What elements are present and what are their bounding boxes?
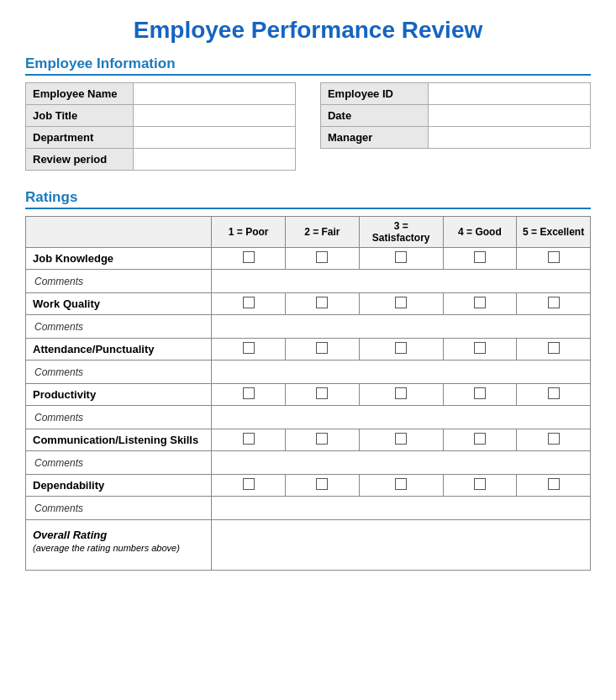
header-col-2: 2 = Fair — [286, 217, 360, 248]
checkbox-icon[interactable] — [395, 251, 407, 263]
row-dependability-comments: Comments — [26, 497, 591, 520]
attendance-comments-value[interactable] — [212, 361, 591, 384]
row-productivity: Productivity — [26, 384, 591, 406]
attendance-4[interactable] — [443, 339, 517, 361]
job-knowledge-4[interactable] — [443, 248, 517, 270]
attendance-label: Attendance/Punctuality — [26, 339, 212, 361]
date-value[interactable] — [428, 105, 590, 127]
info-row-3: Department Manager — [26, 127, 591, 149]
checkbox-icon[interactable] — [316, 342, 328, 354]
header-col-4: 4 = Good — [443, 217, 517, 248]
work-quality-label: Work Quality — [26, 293, 212, 315]
checkbox-icon[interactable] — [243, 342, 255, 354]
productivity-comments-label: Comments — [26, 406, 212, 429]
work-quality-1[interactable] — [212, 293, 286, 315]
dependability-comments-value[interactable] — [212, 497, 591, 520]
employee-info-section: Employee Information Employee Name Emplo… — [25, 55, 591, 171]
work-quality-2[interactable] — [286, 293, 360, 315]
job-knowledge-1[interactable] — [212, 248, 286, 270]
row-work-quality: Work Quality — [26, 293, 591, 315]
row-dependability: Dependability — [26, 475, 591, 497]
checkbox-icon[interactable] — [395, 342, 407, 354]
communication-3[interactable] — [359, 429, 443, 451]
checkbox-icon[interactable] — [474, 433, 486, 445]
checkbox-icon[interactable] — [548, 342, 560, 354]
checkbox-icon[interactable] — [548, 387, 560, 399]
work-quality-4[interactable] — [443, 293, 517, 315]
job-knowledge-comments-value[interactable] — [212, 270, 591, 293]
review-period-value[interactable] — [134, 149, 296, 171]
checkbox-icon[interactable] — [243, 297, 255, 308]
header-col-1: 1 = Poor — [212, 217, 286, 248]
row-productivity-comments: Comments — [26, 406, 591, 429]
ratings-table: 1 = Poor 2 = Fair 3 =Satisfactory 4 = Go… — [25, 216, 591, 571]
employee-info-title: Employee Information — [25, 55, 591, 76]
productivity-4[interactable] — [443, 384, 517, 406]
checkbox-icon[interactable] — [548, 297, 560, 308]
checkbox-icon[interactable] — [395, 297, 407, 308]
job-knowledge-2[interactable] — [286, 248, 360, 270]
checkbox-icon[interactable] — [474, 387, 486, 399]
checkbox-icon[interactable] — [316, 433, 328, 445]
job-knowledge-5[interactable] — [517, 248, 591, 270]
work-quality-5[interactable] — [517, 293, 591, 315]
communication-comments-value[interactable] — [212, 451, 591, 475]
checkbox-icon[interactable] — [548, 433, 560, 445]
page-title: Employee Performance Review — [25, 17, 591, 44]
communication-4[interactable] — [443, 429, 517, 451]
overall-rating-value[interactable] — [212, 520, 591, 571]
attendance-2[interactable] — [286, 339, 360, 361]
employee-name-value[interactable] — [134, 83, 296, 105]
row-work-quality-comments: Comments — [26, 315, 591, 339]
productivity-1[interactable] — [212, 384, 286, 406]
checkbox-icon[interactable] — [243, 478, 255, 490]
dependability-3[interactable] — [359, 475, 443, 497]
job-knowledge-3[interactable] — [359, 248, 443, 270]
work-quality-comments-value[interactable] — [212, 315, 591, 339]
dependability-4[interactable] — [443, 475, 517, 497]
attendance-3[interactable] — [359, 339, 443, 361]
employee-info-table: Employee Name Employee ID Job Title Date… — [25, 82, 591, 171]
info-row-4: Review period — [26, 149, 591, 171]
attendance-1[interactable] — [212, 339, 286, 361]
productivity-comments-value[interactable] — [212, 406, 591, 429]
dependability-2[interactable] — [286, 475, 360, 497]
checkbox-icon[interactable] — [316, 297, 328, 308]
checkbox-icon[interactable] — [548, 478, 560, 490]
row-overall-rating: Overall Rating (average the rating numbe… — [26, 520, 591, 571]
header-category — [26, 217, 212, 248]
info-row-2: Job Title Date — [26, 105, 591, 127]
manager-label: Manager — [320, 127, 428, 149]
productivity-5[interactable] — [517, 384, 591, 406]
communication-2[interactable] — [286, 429, 360, 451]
checkbox-icon[interactable] — [548, 251, 560, 263]
checkbox-icon[interactable] — [395, 433, 407, 445]
attendance-5[interactable] — [517, 339, 591, 361]
productivity-2[interactable] — [286, 384, 360, 406]
department-value[interactable] — [134, 127, 296, 149]
checkbox-icon[interactable] — [474, 342, 486, 354]
checkbox-icon[interactable] — [316, 478, 328, 490]
checkbox-icon[interactable] — [395, 387, 407, 399]
checkbox-icon[interactable] — [243, 387, 255, 399]
work-quality-3[interactable] — [359, 293, 443, 315]
checkbox-icon[interactable] — [316, 251, 328, 263]
dependability-1[interactable] — [212, 475, 286, 497]
checkbox-icon[interactable] — [243, 251, 255, 263]
job-title-value[interactable] — [134, 105, 296, 127]
manager-value[interactable] — [428, 127, 590, 149]
employee-id-value[interactable] — [428, 83, 590, 105]
checkbox-icon[interactable] — [474, 251, 486, 263]
checkbox-icon[interactable] — [395, 478, 407, 490]
checkbox-icon[interactable] — [243, 433, 255, 445]
productivity-3[interactable] — [359, 384, 443, 406]
dependability-5[interactable] — [517, 475, 591, 497]
checkbox-icon[interactable] — [474, 297, 486, 308]
row-communication-comments: Comments — [26, 451, 591, 475]
checkbox-icon[interactable] — [316, 387, 328, 399]
overall-rating-label: Overall Rating (average the rating numbe… — [26, 520, 212, 571]
communication-1[interactable] — [212, 429, 286, 451]
checkbox-icon[interactable] — [474, 478, 486, 490]
communication-5[interactable] — [517, 429, 591, 451]
department-label: Department — [26, 127, 134, 149]
